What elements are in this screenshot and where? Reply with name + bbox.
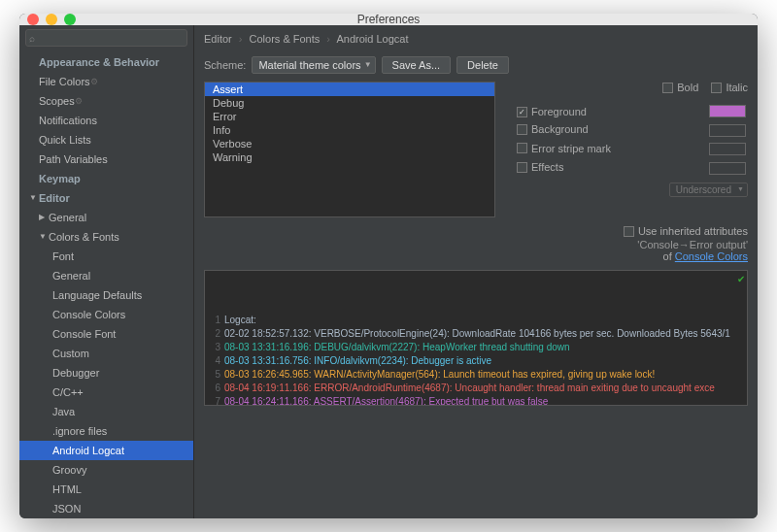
color-swatch[interactable] <box>709 143 746 155</box>
chevron-down-icon: ▼ <box>737 185 744 192</box>
sidebar-item-label: Notifications <box>39 113 97 128</box>
preferences-window: Preferences ⌕ Appearance & BehaviorFile … <box>19 14 758 518</box>
sidebar-item-label: Appearance & Behavior <box>39 54 159 70</box>
sidebar-item[interactable]: Groovy <box>19 460 193 480</box>
sidebar-item[interactable]: General <box>19 266 193 285</box>
log-level-item[interactable]: Warning <box>205 150 494 164</box>
sidebar-item[interactable]: Language Defaults <box>19 285 193 305</box>
sidebar-item-label: Custom <box>52 346 89 361</box>
sidebar-item-label: Java <box>52 404 75 419</box>
sidebar-item-label: Keymap <box>39 171 81 186</box>
sidebar-item[interactable]: Font <box>19 247 193 266</box>
sidebar-item-label: General <box>49 210 86 225</box>
log-level-item[interactable]: Error <box>205 110 494 123</box>
breadcrumb-item[interactable]: Editor <box>204 33 232 45</box>
scheme-label: Scheme: <box>204 59 246 71</box>
attr-checkbox[interactable]: Background <box>517 123 589 135</box>
attr-row: Error stripe mark <box>507 141 746 158</box>
chevron-right-icon: › <box>239 33 243 45</box>
breadcrumb-item[interactable]: Colors & Fonts <box>250 33 321 45</box>
preview-line: 202-02 18:52:57.132: VERBOSE/ProtocolEng… <box>209 327 743 341</box>
sidebar-item[interactable]: Java <box>19 402 193 421</box>
attr-row: Effects <box>507 159 746 177</box>
sidebar-item[interactable]: HTML <box>19 480 193 499</box>
preview-line: 608-04 16:19:11.166: ERROR/AndroidRuntim… <box>209 382 743 395</box>
sidebar-item[interactable]: Custom <box>19 344 193 363</box>
chevron-down-icon: ▼ <box>39 229 47 245</box>
breadcrumb: Editor › Colors & Fonts › Android Logcat <box>194 25 758 52</box>
log-level-item[interactable]: Assert <box>205 83 494 96</box>
sidebar-item-label: Colors & Fonts <box>49 229 119 245</box>
save-as-button[interactable]: Save As... <box>382 56 452 74</box>
gear-icon: ⚙ <box>90 74 98 89</box>
preview-line: 308-03 13:31:16.196: DEBUG/dalvikvm(2227… <box>209 341 743 354</box>
sidebar-item-label: Console Font <box>52 326 116 342</box>
sidebar-item[interactable]: ▼Colors & Fonts <box>19 227 193 247</box>
sidebar-item[interactable]: Console Font <box>19 324 193 344</box>
sidebar-item[interactable]: C/C++ <box>19 382 193 402</box>
sidebar-item[interactable]: Debugger <box>19 363 193 382</box>
attr-checkbox[interactable]: Error stripe mark <box>517 143 611 154</box>
italic-checkbox[interactable]: Italic <box>711 82 748 93</box>
sidebar-item[interactable]: Console Colors <box>19 305 193 324</box>
chevron-down-icon: ▼ <box>29 190 37 206</box>
bold-checkbox[interactable]: Bold <box>662 82 698 93</box>
sidebar-item[interactable]: Keymap <box>19 169 193 188</box>
scheme-row: Scheme: Material theme colors ▼ Save As.… <box>194 52 758 82</box>
chevron-right-icon: ▶ <box>39 210 47 225</box>
log-level-item[interactable]: Debug <box>205 96 494 110</box>
preview-line: 1Logcat: <box>209 314 743 327</box>
sidebar-item-label: Language Defaults <box>52 287 142 303</box>
sidebar-item-label: Font <box>52 249 74 264</box>
settings-tree: Appearance & BehaviorFile Colors⚙Scopes⚙… <box>19 50 193 518</box>
attr-checkbox[interactable]: Effects <box>517 161 563 173</box>
sidebar-item-label: File Colors <box>39 74 90 89</box>
sidebar-item-label: Console Colors <box>52 307 125 322</box>
log-level-item[interactable]: Verbose <box>205 137 494 150</box>
console-colors-link[interactable]: Console Colors <box>675 250 748 262</box>
sidebar-item[interactable]: Path Variables <box>19 150 193 169</box>
use-inherited-checkbox[interactable]: Use inherited attributes <box>624 225 748 237</box>
sidebar-item[interactable]: ▼Editor <box>19 188 193 208</box>
breadcrumb-item: Android Logcat <box>336 33 408 45</box>
log-level-list[interactable]: AssertDebugErrorInfoVerboseWarning <box>204 82 495 217</box>
sidebar-item-label: .ignore files <box>52 423 107 439</box>
sidebar-item-label: Groovy <box>52 462 86 478</box>
sidebar-item-label: JSON <box>52 501 81 516</box>
effects-select[interactable]: Underscored ▼ <box>669 183 748 197</box>
sidebar: ⌕ Appearance & BehaviorFile Colors⚙Scope… <box>19 25 194 518</box>
attr-row: Background <box>507 121 746 139</box>
sidebar-item-label: Path Variables <box>39 151 108 167</box>
sidebar-item[interactable]: Notifications <box>19 111 193 130</box>
search-wrap: ⌕ <box>19 25 193 50</box>
preview-pane: ✔ 1Logcat:202-02 18:52:57.132: VERBOSE/P… <box>204 270 748 406</box>
log-level-item[interactable]: Info <box>205 123 494 137</box>
chevron-right-icon: › <box>326 33 330 45</box>
color-swatch[interactable] <box>709 105 746 117</box>
sidebar-item[interactable]: .ignore files <box>19 421 193 441</box>
sidebar-item[interactable]: File Colors⚙ <box>19 72 193 91</box>
color-swatch[interactable] <box>709 124 746 137</box>
sidebar-item[interactable]: ▶General <box>19 208 193 227</box>
gear-icon: ⚙ <box>75 93 83 109</box>
preview-line: 508-03 16:26:45.965: WARN/ActivityManage… <box>209 368 743 382</box>
sidebar-item-label: Quick Lists <box>39 132 91 148</box>
sidebar-item[interactable]: Appearance & Behavior <box>19 52 193 72</box>
search-icon: ⌕ <box>29 33 35 44</box>
scheme-select[interactable]: Material theme colors ▼ <box>252 56 375 74</box>
sidebar-item-label: C/C++ <box>52 384 84 400</box>
search-input[interactable] <box>25 29 187 47</box>
preview-line: 708-04 16:24:11.166: ASSERT/Assertion(46… <box>209 395 743 406</box>
sidebar-item-label: Scopes <box>39 93 75 109</box>
delete-button[interactable]: Delete <box>456 56 509 74</box>
attr-row: ✓Foreground <box>507 103 746 120</box>
sidebar-item[interactable]: Scopes⚙ <box>19 91 193 111</box>
attr-checkbox[interactable]: ✓Foreground <box>517 106 587 117</box>
color-swatch[interactable] <box>709 162 746 175</box>
main-panel: Editor › Colors & Fonts › Android Logcat… <box>194 25 758 518</box>
sidebar-item[interactable]: Android Logcat <box>19 441 193 460</box>
sidebar-item-label: Debugger <box>52 365 99 381</box>
sidebar-item[interactable]: JSON <box>19 499 193 518</box>
sidebar-item[interactable]: Quick Lists <box>19 130 193 150</box>
check-icon: ✔ <box>737 273 745 286</box>
